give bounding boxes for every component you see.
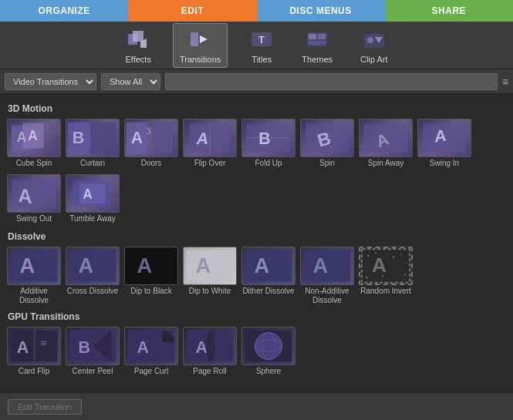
list-item[interactable]: A Dip to White	[182, 247, 238, 305]
list-item[interactable]: B Curtain	[65, 119, 120, 168]
list-item[interactable]: A Additive Dissolve	[6, 247, 62, 305]
swing-in-thumb: A	[417, 119, 471, 157]
dip-to-white-label: Dip to White	[189, 287, 231, 296]
svg-text:A: A	[20, 254, 35, 277]
tab-edit[interactable]: EDIT	[128, 0, 256, 22]
swing-out-thumb: A	[7, 174, 61, 213]
random-invert-label: Random Invert	[360, 287, 411, 296]
page-curl-label: Page Curl	[134, 367, 168, 376]
transitions-label: Transitions	[180, 55, 221, 64]
filter-select[interactable]: Show All	[101, 73, 160, 90]
cross-dissolve-thumb: A	[66, 247, 120, 285]
list-item[interactable]: A Dip to Black	[123, 247, 179, 305]
list-item[interactable]: A Spin Away	[358, 119, 413, 168]
swing-out-label: Swing Out	[16, 214, 52, 223]
svg-rect-3	[191, 32, 198, 46]
bottom-bar: Edit Transition	[0, 392, 513, 420]
svg-rect-56	[367, 255, 369, 257]
list-item[interactable]: A3 Doors	[123, 119, 179, 168]
list-item[interactable]: A Flip Over	[182, 119, 238, 168]
edit-transition-button[interactable]: Edit Transition	[8, 399, 82, 415]
spin-away-label: Spin Away	[368, 159, 404, 168]
svg-rect-8	[309, 34, 316, 39]
svg-rect-57	[375, 252, 376, 254]
flip-over-thumb: A	[183, 119, 237, 157]
swing-in-label: Swing In	[430, 159, 459, 168]
toolbar-effects[interactable]: Effects	[119, 24, 157, 67]
tumble-away-thumb: A	[66, 174, 120, 213]
curtain-label: Curtain	[80, 159, 105, 168]
page-curl-thumb: A	[124, 327, 178, 365]
list-item[interactable]: A Cross Dissolve	[65, 247, 120, 305]
doors-thumb: A3	[124, 119, 178, 157]
spin-away-thumb: A	[359, 119, 413, 157]
svg-rect-19	[90, 123, 116, 154]
svg-rect-22	[152, 123, 173, 154]
svg-text:T: T	[258, 34, 265, 45]
list-item[interactable]: A Non-Additive Dissolve	[299, 247, 355, 305]
titles-label: Titles	[251, 55, 272, 64]
svg-text:A: A	[196, 338, 208, 357]
svg-point-75	[206, 331, 215, 362]
dither-dissolve-label: Dither Dissolve	[242, 287, 294, 296]
svg-text:A: A	[137, 338, 149, 357]
list-item[interactable]: A Random Invert	[358, 247, 413, 305]
list-item[interactable]: A Page Curl	[123, 327, 179, 376]
svg-point-77	[255, 333, 282, 360]
svg-text:A: A	[255, 254, 270, 277]
svg-text:A: A	[434, 126, 446, 146]
svg-text:A: A	[79, 254, 94, 277]
content-area: 3D Motion AA Cube Spin B Curtain A3 Door…	[0, 94, 513, 392]
list-item[interactable]: B Spin	[299, 119, 355, 168]
section-3d-motion: 3D Motion	[6, 103, 507, 114]
category-select[interactable]: Video Transitions	[5, 73, 96, 90]
svg-rect-60	[382, 275, 383, 277]
cube-spin-thumb: AA	[7, 119, 61, 157]
svg-text:A: A	[131, 129, 143, 147]
clipart-label: Clip Art	[360, 55, 387, 64]
list-item[interactable]: AA Cube Spin	[6, 119, 62, 168]
tab-organize[interactable]: ORGANIZE	[0, 0, 128, 22]
sphere-thumb	[241, 327, 295, 365]
list-item[interactable]: A Page Roll	[182, 327, 238, 376]
svg-point-12	[367, 37, 373, 43]
svg-rect-10	[309, 41, 326, 45]
titles-icon: T	[249, 27, 274, 52]
svg-text:B: B	[73, 129, 84, 147]
filter-options-icon[interactable]: ≡	[502, 76, 508, 88]
fold-up-label: Fold Up	[255, 159, 282, 168]
toolbar: Effects Transitions T Titles	[0, 22, 513, 69]
additive-dissolve-thumb: A	[7, 247, 61, 285]
list-item[interactable]: A≡ Card Flip	[6, 327, 62, 376]
toolbar-clipart[interactable]: Clip Art	[354, 24, 393, 67]
svg-text:3: 3	[146, 126, 150, 136]
3d-motion-grid-2: A Swing Out A Tumble Away	[6, 174, 507, 223]
tab-share[interactable]: SHARE	[385, 0, 513, 22]
tab-disc-menus[interactable]: DISC MENUS	[257, 0, 385, 22]
list-item[interactable]: Sphere	[241, 327, 296, 376]
list-item[interactable]: A Tumble Away	[65, 174, 120, 223]
list-item[interactable]: B Center Peel	[65, 327, 120, 376]
svg-rect-59	[400, 254, 402, 255]
dissolve-grid: A Additive Dissolve A Cross Dissolve A D…	[6, 247, 507, 305]
filter-bar: Video Transitions Show All ≡	[0, 69, 513, 94]
list-item[interactable]: B Fold Up	[241, 119, 296, 168]
gpu-grid: A≡ Card Flip B Center Peel A Page Curl A	[6, 327, 507, 376]
svg-rect-58	[393, 257, 394, 258]
svg-text:B: B	[258, 129, 270, 148]
svg-rect-11	[364, 34, 384, 48]
tumble-away-label: Tumble Away	[69, 214, 115, 223]
list-item[interactable]: A Dither Dissolve	[241, 247, 296, 305]
list-item[interactable]: A Swing Out	[6, 174, 62, 223]
toolbar-themes[interactable]: Themes	[295, 24, 339, 67]
search-input[interactable]	[165, 73, 498, 90]
3d-motion-grid: AA Cube Spin B Curtain A3 Doors A	[6, 119, 507, 168]
toolbar-titles[interactable]: T Titles	[243, 24, 280, 67]
toolbar-transitions[interactable]: Transitions	[173, 23, 228, 68]
center-peel-label: Center Peel	[73, 367, 113, 376]
svg-rect-9	[318, 34, 326, 39]
svg-rect-1	[133, 31, 143, 42]
svg-text:A: A	[19, 184, 32, 207]
section-dissolve: Dissolve	[6, 231, 507, 242]
list-item[interactable]: A Swing In	[417, 119, 472, 168]
